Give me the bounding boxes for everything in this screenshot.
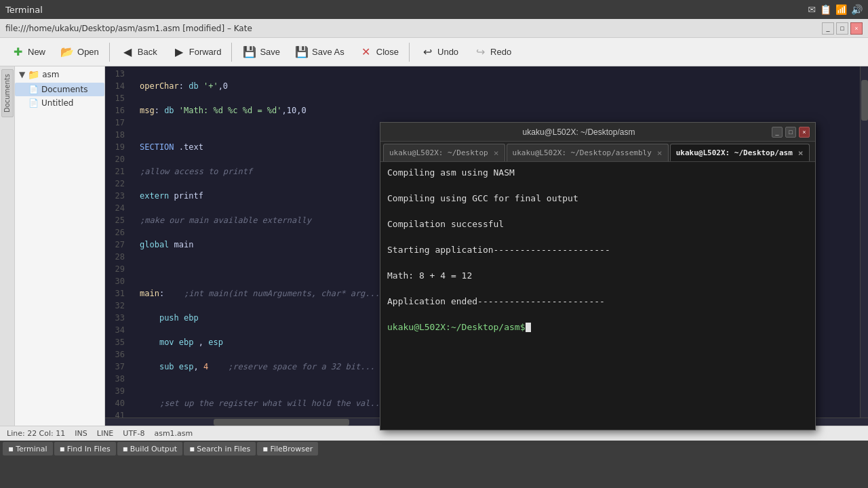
taskbar-item-find-files[interactable]: ▪ Find In Files xyxy=(54,442,116,455)
taskbar: ▪ Terminal ▪ Find In Files ▪ Build Outpu… xyxy=(0,441,868,457)
forward-button[interactable]: ▶ Forward xyxy=(165,42,228,62)
terminal-tab-close-1[interactable]: × xyxy=(657,148,663,158)
terminal-tab-close-0[interactable]: × xyxy=(494,148,499,158)
status-ins: INS xyxy=(75,429,87,438)
app-title-bar: Terminal ✉ 📋 📶 🔊 xyxy=(0,0,868,19)
separator1 xyxy=(109,43,110,62)
open-icon: 📂 xyxy=(60,45,75,60)
line-numbers: 1314151617181920212223242526272829303132… xyxy=(105,66,129,418)
terminal-tab-label-1: ukaku@L502X: ~/Desktop/assembly xyxy=(513,148,652,157)
save-icon: 💾 xyxy=(242,45,257,60)
terminal-tabs: ukaku@L502X: ~/Desktop × ukaku@L502X: ~/… xyxy=(380,142,815,162)
folder-icon: 📁 xyxy=(28,69,39,80)
terminal-body[interactable]: Compiling asm using NASM Compiling using… xyxy=(380,162,815,430)
terminal-line-5: Application ended-----------------------… xyxy=(387,295,808,308)
kate-title: file:///home/ukaku/Desktop/asm/asm1.asm … xyxy=(5,24,822,33)
tree-item-asm-folder[interactable]: ▼ 📁 asm xyxy=(15,66,104,83)
sys-tray-icon: ✉ xyxy=(808,4,816,15)
app-title: Terminal xyxy=(5,5,43,15)
left-vtabs: Documents xyxy=(0,66,15,426)
wifi-icon: 📶 xyxy=(835,4,847,15)
sidebar: ▼ 📁 asm 📄 Documents 📄 Untitled xyxy=(15,66,105,426)
terminal-prompt-line: ukaku@L502X:~/Desktop/asm$ xyxy=(387,321,808,333)
terminal-window-controls: _ □ × xyxy=(772,127,810,138)
untitled-name: Untitled xyxy=(41,98,73,108)
kate-window-controls: _ □ × xyxy=(822,22,863,35)
kate-toolbar: ✚ New 📂 Open ◀ Back ▶ Forward 💾 Save 💾 S… xyxy=(0,38,868,66)
build-icon: ▪ xyxy=(123,444,128,453)
separator2 xyxy=(231,43,232,62)
audio-icon: 🔊 xyxy=(851,4,863,15)
kate-maximize-button[interactable]: □ xyxy=(836,22,848,35)
redo-icon: ↪ xyxy=(473,45,488,60)
terminal-prompt: ukaku@L502X:~/Desktop/asm$ xyxy=(387,322,526,332)
terminal-line-1: Compiling using GCC for final output xyxy=(387,192,808,205)
terminal-maximize-button[interactable]: □ xyxy=(785,127,796,138)
expand-icon: ▼ xyxy=(19,70,25,79)
terminal-line-4: Math: 8 + 4 = 12 xyxy=(387,269,808,282)
scrollbar-thumb[interactable] xyxy=(861,80,868,121)
status-line-col: Line: 22 Col: 11 xyxy=(7,429,65,438)
terminal-window-title: ukaku@L502X: ~/Desktop/asm xyxy=(386,127,772,137)
saveas-button[interactable]: 💾 Save As xyxy=(288,42,351,62)
documents-name: Documents xyxy=(41,85,87,94)
file-icon-untitled: 📄 xyxy=(28,98,39,108)
scrollbar-bottom-thumb[interactable] xyxy=(214,419,349,426)
terminal-tab-1[interactable]: ukaku@L502X: ~/Desktop/assembly × xyxy=(507,144,669,161)
close-icon: ✕ xyxy=(359,45,374,60)
redo-button[interactable]: ↪ Redo xyxy=(467,42,517,62)
tree-item-untitled[interactable]: 📄 Untitled xyxy=(15,96,104,110)
vtab-documents[interactable]: Documents xyxy=(1,69,14,117)
taskbar-item-browser[interactable]: ▪ FileBrowser xyxy=(257,442,318,455)
terminal-line-2: Compilation successful xyxy=(387,218,808,230)
status-encoding: UTF-8 xyxy=(123,429,144,438)
terminal-icon: ▪ xyxy=(8,444,14,453)
open-button[interactable]: 📂 Open xyxy=(54,42,105,62)
kate-minimize-button[interactable]: _ xyxy=(822,22,834,35)
taskbar-item-search[interactable]: ▪ Search in Files xyxy=(184,442,256,455)
terminal-tab-label-2: ukaku@L502X: ~/Desktop/asm xyxy=(676,148,793,157)
kate-close-button[interactable]: × xyxy=(850,22,863,35)
terminal-tab-close-2[interactable]: × xyxy=(798,148,804,158)
new-button[interactable]: ✚ New xyxy=(4,42,52,62)
taskbar-item-build-output[interactable]: ▪ Build Output xyxy=(117,442,182,455)
taskbar-item-terminal[interactable]: ▪ Terminal xyxy=(3,442,53,455)
terminal-tab-2[interactable]: ukaku@L502X: ~/Desktop/asm × xyxy=(670,144,810,161)
search-icon: ▪ xyxy=(189,444,195,453)
kate-titlebar: file:///home/ukaku/Desktop/asm/asm1.asm … xyxy=(0,19,868,38)
undo-icon: ↩ xyxy=(420,45,435,60)
new-icon: ✚ xyxy=(10,45,25,60)
tree-item-documents[interactable]: 📄 Documents xyxy=(15,83,104,96)
save-button[interactable]: 💾 Save xyxy=(236,42,286,62)
saveas-icon: 💾 xyxy=(294,45,309,60)
status-line-mode: LINE xyxy=(97,429,114,438)
status-filename: asm1.asm xyxy=(154,429,193,438)
back-button[interactable]: ◀ Back xyxy=(114,42,163,62)
back-icon: ◀ xyxy=(120,45,135,60)
terminal-close-button[interactable]: × xyxy=(799,127,810,138)
sys-tray-icon2: 📋 xyxy=(820,4,831,15)
forward-icon: ▶ xyxy=(172,45,186,60)
terminal-cursor xyxy=(526,323,531,332)
terminal-line-0: Compiling asm using NASM xyxy=(387,166,808,179)
folder-name: asm xyxy=(42,70,59,79)
terminal-tab-label-0: ukaku@L502X: ~/Desktop xyxy=(389,148,488,157)
editor-scrollbar-right[interactable] xyxy=(860,66,868,418)
terminal-window: ukaku@L502X: ~/Desktop/asm _ □ × ukaku@L… xyxy=(380,122,816,430)
terminal-line-3: Starting application--------------------… xyxy=(387,243,808,256)
terminal-tab-0[interactable]: ukaku@L502X: ~/Desktop × xyxy=(383,144,505,161)
close-file-button[interactable]: ✕ Close xyxy=(353,42,405,62)
browser-icon: ▪ xyxy=(262,444,268,453)
terminal-minimize-button[interactable]: _ xyxy=(772,127,783,138)
separator3 xyxy=(409,43,410,62)
undo-button[interactable]: ↩ Undo xyxy=(414,42,465,62)
terminal-titlebar: ukaku@L502X: ~/Desktop/asm _ □ × xyxy=(380,123,815,142)
find-files-icon: ▪ xyxy=(60,444,65,453)
file-icon-documents: 📄 xyxy=(28,85,39,94)
